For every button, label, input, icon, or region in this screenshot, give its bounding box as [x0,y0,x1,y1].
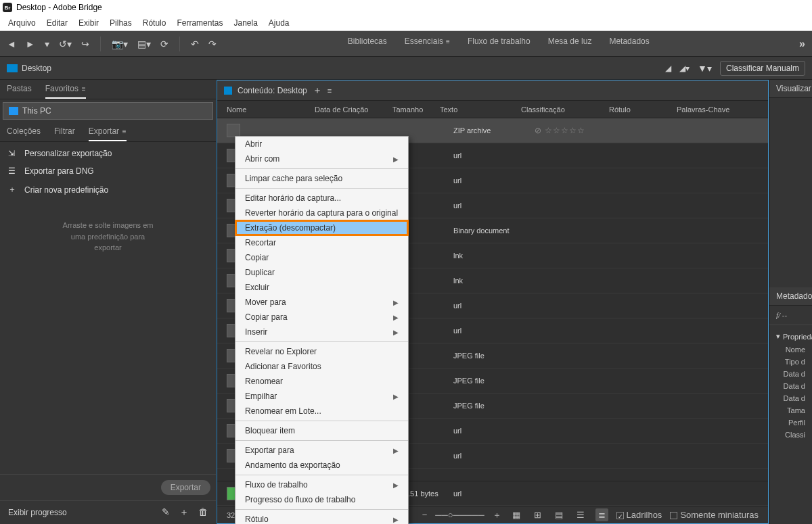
panel-menu-icon[interactable]: ≡ [328,87,332,95]
zoom-slider[interactable]: ──○───── [435,510,484,520]
export-button[interactable]: Exportar [161,480,210,495]
context-menu-item[interactable]: Empilhar▶ [235,389,408,404]
context-menu-item[interactable]: Rótulo▶ [235,512,408,524]
preview-tab[interactable]: Visualizar [769,80,812,98]
context-menu-item[interactable]: Abrir [235,137,408,151]
nav-forward-icon[interactable]: ► [26,39,35,49]
context-menu-item[interactable]: Progresso do fluxo de trabalho [235,492,408,507]
tab-exportar[interactable]: Exportar ≡ [89,126,127,141]
context-menu-item[interactable]: Reverter horário da captura para o origi… [235,206,408,220]
view-list-icon[interactable]: ≣ [595,508,608,521]
rotate-cw-icon[interactable]: ↷ [208,39,217,49]
refresh-icon[interactable]: ⟳ [160,39,168,49]
export-new-preset[interactable]: ＋Criar nova predefinição [0,180,216,199]
context-menu-item[interactable]: Adicionar a Favoritos [235,359,408,374]
col-data[interactable]: Data de Criação [315,105,392,114]
context-menu-item[interactable]: Editar horário da captura... [235,191,408,206]
workspace-fluxo[interactable]: Fluxo de trabalho [468,37,531,51]
export-footer: Exportar [0,474,216,500]
workspace-tabs: Bibliotecas Essenciais≡ Fluxo de trabalh… [348,37,650,51]
view-grid-icon[interactable]: ⊞ [531,508,544,521]
options-icon[interactable]: ≡ [446,38,450,51]
col-rotulo[interactable]: Rótulo [609,105,677,114]
workspace-bibliotecas[interactable]: Bibliotecas [348,37,387,51]
menu-pilhas[interactable]: Pilhas [104,16,137,30]
col-nome[interactable]: Nome [227,105,315,114]
context-menu-item[interactable]: Extração (descompactar) [235,220,408,235]
menu-ferramentas[interactable]: Ferramentas [171,16,228,30]
properties-header[interactable]: ▾Propriedades [776,329,805,343]
options-icon[interactable]: ≡ [120,128,127,139]
col-tamanho[interactable]: Tamanho [392,105,440,114]
delete-icon[interactable]: 🗑 [198,506,208,519]
history-icon[interactable]: ↺▾ [59,39,72,49]
tab-colecoes[interactable]: Coleções [7,126,41,141]
nav-up-icon[interactable]: ▾ [45,39,49,49]
path-label[interactable]: Desktop [22,64,51,73]
reveal-icon[interactable]: ↪ [81,39,89,49]
context-menu-item[interactable]: Mover para▶ [235,295,408,310]
context-menu-item[interactable]: Revelar no Explorer [235,344,408,359]
sort-desc-icon[interactable]: ◢▾ [679,64,690,73]
add-icon[interactable]: ＋ [179,506,189,519]
export-dng[interactable]: ☰Exportar para DNG [0,162,216,180]
view-thumb-icon[interactable]: ▤ [552,508,566,521]
context-menu-item[interactable]: Recortar [235,235,408,250]
tiles-checkbox[interactable]: Ladrilhos [616,510,662,520]
menu-rotulo[interactable]: Rótulo [137,16,172,30]
context-menu-item[interactable]: Copiar para▶ [235,310,408,325]
context-menu-item[interactable]: Fluxo de trabalho▶ [235,477,408,492]
filter-funnel-icon[interactable]: ▼▾ [698,63,712,74]
separator [235,509,408,510]
view-grid-lock-icon[interactable]: ▦ [510,508,523,521]
context-menu-item[interactable]: Copiar [235,250,408,265]
workspace-mesa[interactable]: Mesa de luz [548,37,592,51]
context-menu-item[interactable]: Excluir [235,280,408,295]
fstop-label: f/ -- [776,311,787,319]
col-palavras[interactable]: Palavras-Chave [677,105,759,114]
favorite-this-pc[interactable]: This PC [3,102,213,120]
context-menu-item[interactable]: Renomear [235,374,408,389]
properties-section: ▾Propriedades NomeTipo dData dData dData… [769,325,812,445]
tab-filtrar[interactable]: Filtrar [54,126,75,141]
progress-label[interactable]: Exibir progresso [8,508,67,517]
context-menu-item[interactable]: Abrir com▶ [235,151,408,166]
context-menu-item[interactable]: Bloquear item [235,423,408,438]
workspace-metadados[interactable]: Metadados [609,37,649,51]
menu-exibir[interactable]: Exibir [73,16,104,30]
context-menu-item[interactable]: Renomear em Lote... [235,404,408,419]
right-panel: Visualizar Metadados f/ -- ▾Propriedades… [769,80,812,524]
batch-icon[interactable]: ▤▾ [137,39,151,49]
context-menu-item[interactable]: Exportar para▶ [235,443,408,458]
progress-bar-panel: Exibir progresso ✎ ＋ 🗑 [0,500,216,524]
rotate-ccw-icon[interactable]: ↶ [191,39,199,49]
tab-pastas[interactable]: Pastas [7,84,32,99]
file-thumb-icon [227,124,240,137]
nav-back-icon[interactable]: ◄ [7,39,16,49]
camera-download-icon[interactable]: 📷▾ [112,39,128,49]
context-menu-item[interactable]: Limpar cache para seleção [235,171,408,186]
edit-icon[interactable]: ✎ [162,506,170,519]
metadata-tab[interactable]: Metadados [769,287,812,306]
context-menu-item[interactable]: Duplicar [235,265,408,280]
export-personalize[interactable]: ⇲Personalizar exportação [0,145,216,162]
zoom-out-icon[interactable]: − [422,510,428,520]
thumbs-only-checkbox[interactable]: Somente miniaturas [670,510,759,520]
zoom-in-icon[interactable]: ＋ [493,509,501,521]
context-menu-item[interactable]: Inserir▶ [235,325,408,339]
menu-janela[interactable]: Janela [228,16,263,30]
options-icon[interactable]: ≡ [80,85,86,97]
col-texto[interactable]: Texto [440,105,521,114]
sort-asc-icon[interactable]: ◢ [665,64,671,73]
context-menu-item[interactable]: Andamento da exportação [235,458,408,473]
overflow-icon[interactable]: » [799,38,805,50]
col-classificacao[interactable]: Classificação [521,105,609,114]
workspace-essenciais[interactable]: Essenciais≡ [405,37,450,51]
menu-ajuda[interactable]: Ajuda [263,16,295,30]
sort-button[interactable]: Classificar Manualm [720,61,805,76]
tab-favoritos[interactable]: Favoritos ≡ [45,84,86,99]
view-details-icon[interactable]: ☰ [574,508,587,521]
add-tab-icon[interactable]: ＋ [313,85,322,97]
menu-editar[interactable]: Editar [41,16,73,30]
menu-arquivo[interactable]: Arquivo [3,16,41,30]
